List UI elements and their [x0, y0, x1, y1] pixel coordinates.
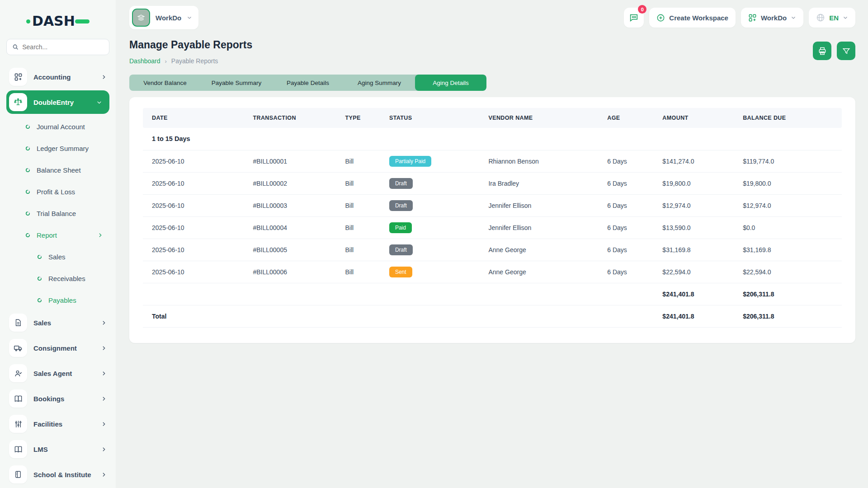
chevron-down-icon [843, 15, 848, 20]
table-row: 2025-06-10 #BILL00003 Bill Draft Jennife… [143, 194, 842, 216]
subtotal-balance-due: $206,311.8 [738, 283, 842, 305]
topbar-actions: 0 Create Workspace WorkDo [624, 8, 855, 28]
cell-amount: $13,590.0 [658, 216, 738, 239]
notification-badge: 0 [638, 5, 646, 14]
person-check-icon [9, 364, 27, 382]
cell-balance-due: $19,800.0 [738, 172, 842, 194]
cell-vendor: Jennifer Ellison [484, 194, 603, 216]
sidebar-item-ledger-summary[interactable]: Ledger Summary [6, 137, 109, 159]
table-row: 2025-06-10 #BILL00005 Bill Draft Anne Ge… [143, 239, 842, 261]
status-badge: Draft [389, 200, 413, 211]
chevron-right-icon [101, 371, 107, 376]
sidebar-item-label: Profit & Loss [37, 188, 109, 196]
sidebar-item-label: Consignment [33, 344, 94, 352]
report-tabs: Vendor Balance Payable Summary Payable D… [129, 75, 486, 91]
messages-button[interactable]: 0 [624, 8, 644, 28]
sidebar-item-label: Facilities [33, 420, 94, 428]
workspace-selector[interactable]: WorkDo [129, 6, 198, 29]
workspace-menu-button[interactable]: WorkDo [741, 8, 803, 28]
cell-date: 2025-06-10 [143, 150, 248, 172]
cell-age: 6 Days [603, 172, 658, 194]
tab-payable-details[interactable]: Payable Details [272, 75, 344, 91]
cell-transaction: #BILL00001 [248, 150, 340, 172]
main-content: WorkDo 0 Create Workspace [116, 0, 868, 343]
create-workspace-label: Create Workspace [669, 14, 728, 22]
circle-dot-icon [25, 189, 30, 194]
globe-icon [816, 13, 825, 22]
create-workspace-button[interactable]: Create Workspace [649, 8, 736, 28]
tab-aging-details[interactable]: Aging Details [415, 75, 486, 91]
circle-dot-icon [37, 276, 42, 281]
sidebar-item-label: Accounting [33, 73, 94, 81]
sidebar-item-label: LMS [33, 446, 94, 453]
sidebar-item-sales[interactable]: Sales [6, 311, 109, 334]
sidebar-item-report-sales[interactable]: Sales [6, 246, 109, 267]
total-balance-due: $206,311.8 [738, 305, 842, 327]
breadcrumb-dashboard-link[interactable]: Dashboard [129, 57, 160, 65]
sidebar-item-payables[interactable]: Payables [6, 289, 109, 311]
sidebar-item-label: DoubleEntry [33, 99, 90, 106]
cell-vendor: Anne George [484, 239, 603, 261]
col-type: TYPE [341, 108, 385, 128]
sidebar-item-label: School & Institute [33, 471, 94, 479]
chevron-down-icon [96, 99, 107, 105]
cell-amount: $19,800.0 [658, 172, 738, 194]
cell-balance-due: $0.0 [738, 216, 842, 239]
sidebar-item-report[interactable]: Report [6, 224, 109, 246]
sidebar-item-sales-agent[interactable]: Sales Agent [6, 361, 109, 385]
sidebar-item-profit-loss[interactable]: Profit & Loss [6, 181, 109, 202]
dash-logo-icon: DASH [26, 12, 90, 30]
workspace-building-icon [132, 9, 150, 27]
payable-aging-table: DATE TRANSACTION TYPE STATUS VENDOR NAME… [143, 108, 842, 328]
sidebar-item-balance-sheet[interactable]: Balance Sheet [6, 159, 109, 181]
cell-amount: $12,974.0 [658, 194, 738, 216]
tab-aging-summary[interactable]: Aging Summary [344, 75, 415, 91]
cell-age: 6 Days [603, 150, 658, 172]
filter-funnel-icon [842, 47, 850, 55]
circle-dot-icon [37, 298, 42, 303]
table-row: 2025-06-10 #BILL00002 Bill Draft Ira Bra… [143, 172, 842, 194]
chat-bubble-icon [629, 13, 639, 23]
cell-age: 6 Days [603, 194, 658, 216]
sidebar-item-consignment[interactable]: Consignment [6, 336, 109, 360]
tab-vendor-balance[interactable]: Vendor Balance [129, 75, 201, 91]
sidebar-item-school-institute[interactable]: School & Institute [6, 463, 109, 486]
sidebar-item-doubleentry[interactable]: DoubleEntry [6, 90, 109, 114]
cell-type: Bill [341, 194, 385, 216]
sidebar-item-facilities[interactable]: Facilities [6, 412, 109, 436]
age-group-label: 1 to 15 Days [143, 128, 842, 150]
search-input[interactable] [22, 43, 104, 51]
workspace-menu-label: WorkDo [761, 14, 787, 22]
language-code: EN [829, 14, 839, 22]
sliders-icon [9, 415, 27, 433]
app-logo[interactable]: DASH [6, 8, 109, 39]
sidebar-item-journal-account[interactable]: Journal Account [6, 116, 109, 137]
sidebar-item-bookings[interactable]: Bookings [6, 387, 109, 410]
subtotal-amount: $241,401.8 [658, 283, 738, 305]
sidebar-item-lms[interactable]: LMS [6, 437, 109, 461]
cell-transaction: #BILL00006 [248, 261, 340, 283]
sidebar: DASH Accounting [0, 0, 116, 488]
language-selector[interactable]: EN [809, 8, 855, 28]
svg-text:DASH: DASH [32, 13, 75, 29]
sidebar-item-receivables[interactable]: Receivables [6, 267, 109, 289]
book-icon [9, 389, 27, 408]
cell-date: 2025-06-10 [143, 261, 248, 283]
total-label: Total [143, 305, 248, 327]
document-icon [9, 314, 27, 332]
chevron-right-icon [101, 74, 107, 80]
sidebar-item-accounting[interactable]: Accounting [6, 65, 109, 89]
sidebar-item-label: Receivables [48, 275, 109, 282]
print-button[interactable] [813, 42, 831, 60]
cell-vendor: Anne George [484, 261, 603, 283]
cell-amount: $141,274.0 [658, 150, 738, 172]
cell-vendor: Ira Bradley [484, 172, 603, 194]
cell-type: Bill [341, 261, 385, 283]
sidebar-item-label: Sales [48, 253, 109, 261]
breadcrumb: Dashboard › Payable Reports [129, 57, 252, 65]
sidebar-item-trial-balance[interactable]: Trial Balance [6, 202, 109, 224]
filter-button[interactable] [837, 42, 855, 60]
tab-payable-summary[interactable]: Payable Summary [201, 75, 272, 91]
sidebar-item-label: Trial Balance [37, 210, 109, 217]
sidebar-item-label: Ledger Summary [37, 145, 109, 152]
